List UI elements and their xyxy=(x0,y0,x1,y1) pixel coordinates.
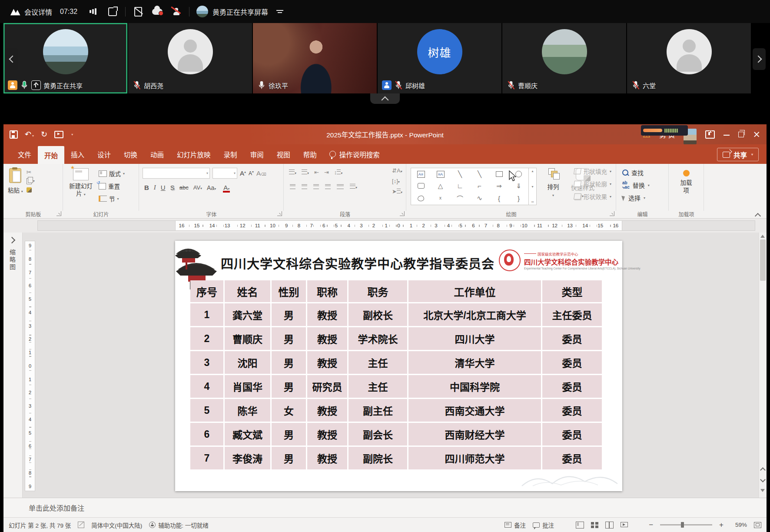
replace-button[interactable]: ab⤷ac替换▾ xyxy=(622,181,668,190)
close-icon[interactable]: × xyxy=(753,130,760,139)
font-color-button[interactable]: A▾ xyxy=(223,184,229,191)
bold-button[interactable]: B xyxy=(144,184,149,191)
participant-tile-huxiyao[interactable]: 胡西尧 xyxy=(128,23,252,93)
find-button[interactable]: 查找 xyxy=(622,168,668,177)
normal-view-button[interactable] xyxy=(576,522,584,529)
rounded-rect-icon[interactable] xyxy=(418,183,425,189)
notes-pane[interactable]: 单击此处添加备注 xyxy=(3,498,767,517)
grow-font-button[interactable]: A▴ xyxy=(240,170,246,177)
scroll-up-icon[interactable] xyxy=(760,234,765,238)
tab-review[interactable]: 审阅 xyxy=(244,144,270,164)
freeform-shape-icon[interactable] xyxy=(418,196,424,201)
tab-help[interactable]: 帮助 xyxy=(297,144,323,164)
comments-toggle-button[interactable]: 批注 xyxy=(533,521,554,529)
clear-formatting-button[interactable]: A⌫ xyxy=(256,170,266,177)
arrow-line-icon[interactable]: ╲ xyxy=(478,170,481,178)
numbering-button[interactable]: ▾ xyxy=(302,169,309,176)
zoom-out-button[interactable]: − xyxy=(649,521,653,529)
tab-animations[interactable]: 动画 xyxy=(144,144,170,164)
restore-icon[interactable] xyxy=(738,132,744,137)
redo-button[interactable]: ↻ xyxy=(41,130,47,138)
arc-shape-icon[interactable]: ⌒ xyxy=(457,194,463,203)
paste-button[interactable]: 粘贴 ▾ xyxy=(8,164,23,211)
notes-placeholder[interactable]: 单击此处添加备注 xyxy=(29,502,84,513)
shape-effects-button[interactable]: 形状效果▾ xyxy=(574,192,611,201)
notes-toggle-button[interactable]: 备注 xyxy=(504,521,526,529)
meeting-detail-link[interactable]: 会议详情 xyxy=(24,7,52,17)
decrease-indent-button[interactable]: ⇤ xyxy=(314,169,319,176)
select-button[interactable]: 选择▾ xyxy=(622,193,668,202)
thumbnails-pane-collapsed[interactable]: 缩略图 xyxy=(3,233,23,498)
open-new-window-icon[interactable] xyxy=(107,6,118,17)
underline-button[interactable]: U xyxy=(161,184,166,191)
slide-counter[interactable]: 幻灯片 第 2 张, 共 79 张 xyxy=(9,521,71,529)
slide-title[interactable]: 四川大学文科综合实验教学中心教学指导委员会 xyxy=(219,254,497,272)
participant-tile-xujiuping[interactable]: 徐玖平 xyxy=(253,23,377,93)
section-button[interactable]: 节▾ xyxy=(99,194,125,203)
scroll-thumb[interactable] xyxy=(760,239,766,281)
line-spacing-button[interactable]: ↕▾ xyxy=(334,169,343,176)
tab-design[interactable]: 设计 xyxy=(91,144,117,164)
tab-slideshow[interactable]: 幻灯片放映 xyxy=(170,144,217,164)
shapes-scrollbar[interactable]: ▴▾═ xyxy=(528,168,536,205)
tab-file[interactable]: 文件 xyxy=(11,144,38,164)
cut-button[interactable]: ✂ xyxy=(27,169,35,175)
tell-me-search[interactable]: 操作说明搜索 xyxy=(323,144,386,164)
tab-home[interactable]: 开始 xyxy=(38,146,64,164)
share-button[interactable]: 共享 ▾ xyxy=(717,148,759,161)
slide-sorter-view-button[interactable] xyxy=(591,522,598,528)
align-left-button[interactable] xyxy=(290,184,295,189)
clipboard-dialog-launcher-icon[interactable] xyxy=(56,211,61,216)
change-case-button[interactable]: Aa▾ xyxy=(207,184,216,191)
vertical-scrollbar[interactable] xyxy=(759,233,767,498)
textbox-v-icon[interactable]: ≡A xyxy=(437,171,445,178)
qat-customize-icon[interactable]: ▾ xyxy=(71,133,73,136)
shape-fill-button[interactable]: 形状填充▾ xyxy=(574,167,611,176)
minimize-icon[interactable] xyxy=(724,135,730,136)
zoom-level[interactable]: 59% xyxy=(730,522,747,528)
zoom-slider-thumb[interactable] xyxy=(681,522,684,528)
committee-table[interactable]: 序号 姓名 性别 职称 职务 工作单位 类型 1 龚六堂 男 教授 副校长 北京… xyxy=(190,280,602,469)
text-shadow-button[interactable]: S xyxy=(170,184,175,191)
shape-outline-button[interactable]: 形状轮廓▾ xyxy=(574,180,611,188)
slideshow-view-button[interactable] xyxy=(621,522,628,528)
tab-insert[interactable]: 插入 xyxy=(64,144,91,164)
columns-more-button[interactable]: ▾ xyxy=(350,183,357,190)
participant-tile-liutang[interactable]: 六堂 xyxy=(627,23,751,93)
tab-transitions[interactable]: 切换 xyxy=(117,144,144,164)
increase-indent-button[interactable]: ⇥ xyxy=(324,169,329,176)
slide[interactable]: 四川大学文科综合实验教学中心教学指导委员会 国家级实验教学示范中心 四川大学文科… xyxy=(175,241,622,491)
reading-view-button[interactable] xyxy=(605,522,614,529)
arrange-button[interactable]: 排列▾ xyxy=(541,164,565,197)
right-brace-icon[interactable]: } xyxy=(518,195,520,202)
text-direction-button[interactable]: ⇵A▾ xyxy=(392,167,402,174)
vertical-ruler[interactable]: 9876543210123456789 xyxy=(23,233,37,498)
expand-thumbnails-icon[interactable] xyxy=(9,237,16,244)
next-participants-button[interactable] xyxy=(753,48,766,70)
collapse-strip-button[interactable] xyxy=(370,93,400,104)
zoom-in-button[interactable]: + xyxy=(719,521,724,529)
scroll-down-icon[interactable] xyxy=(760,488,765,492)
spelling-status-icon[interactable] xyxy=(78,522,84,528)
next-slide-button[interactable] xyxy=(760,477,765,481)
zoom-slider[interactable] xyxy=(660,524,712,525)
convert-smartart-button[interactable]: ➤▾ xyxy=(392,188,402,195)
triangle-shape-icon[interactable]: △ xyxy=(438,182,443,190)
align-text-button[interactable]: [↕]▾ xyxy=(392,178,400,184)
columns-button[interactable] xyxy=(337,184,344,189)
elbow-connector-icon[interactable]: ∟ xyxy=(457,182,463,190)
cloud-recording-icon[interactable] xyxy=(152,6,163,17)
fit-slide-to-window-icon[interactable] xyxy=(754,522,761,528)
drawing-dialog-launcher-icon[interactable] xyxy=(610,211,614,216)
curve-shape-icon[interactable]: ∿ xyxy=(477,194,482,202)
horizontal-ruler[interactable]: 1615141312111098765432101234567891011121… xyxy=(3,219,767,233)
sharing-menu-icon[interactable] xyxy=(274,6,285,17)
align-center-button[interactable] xyxy=(302,184,307,189)
character-spacing-button[interactable]: AV▾ xyxy=(193,184,202,191)
left-brace-icon[interactable]: { xyxy=(498,195,500,202)
save-icon[interactable] xyxy=(10,130,18,139)
accessibility-status[interactable]: 辅助功能: 一切就绪 xyxy=(149,521,209,529)
right-arrow-icon[interactable]: ⇒ xyxy=(496,182,502,190)
participant-tile-huangyong[interactable]: 黄勇正在共享 xyxy=(3,23,127,93)
bullets-button[interactable]: ▾ xyxy=(289,169,296,176)
